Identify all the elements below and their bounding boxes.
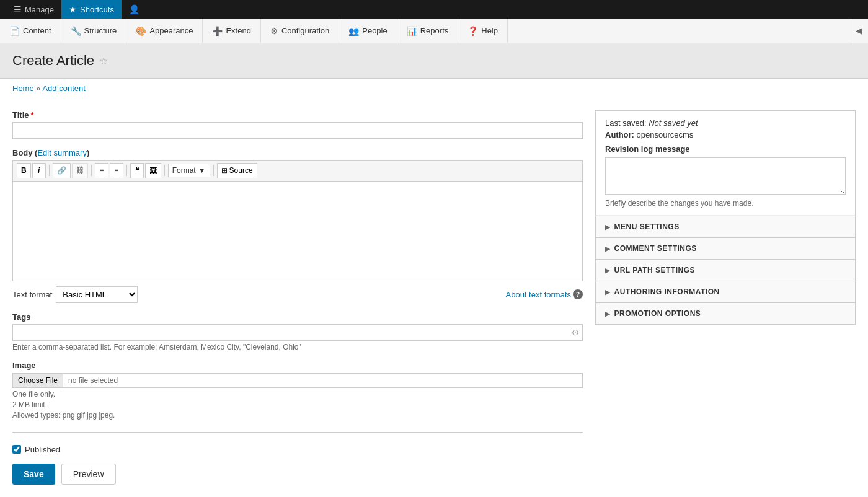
- accordion-promotion-options-label: PROMOTION OPTIONS: [614, 309, 701, 318]
- bold-button[interactable]: B: [17, 163, 31, 178]
- source-label: Source: [229, 165, 253, 176]
- accordion-url-path-settings-header[interactable]: ▶ URL PATH SETTINGS: [596, 260, 855, 281]
- file-one-only: One file only.: [12, 390, 583, 398]
- nav-people-label: People: [362, 26, 387, 35]
- hamburger-icon: ☰: [14, 4, 22, 14]
- image-button[interactable]: 🖼: [145, 163, 161, 178]
- accordion-comment-settings[interactable]: ▶ COMMENT SETTINGS: [596, 237, 855, 259]
- accordion-promotion-options-arrow: ▶: [605, 310, 611, 317]
- manage-label: Manage: [25, 5, 54, 14]
- nav-expand-toggle[interactable]: ◀: [849, 19, 868, 43]
- form-area: Title * Body (Edit summary) B i 🔗 ⛓ ≡: [12, 110, 583, 485]
- author-value: opensourcecms: [637, 130, 694, 139]
- source-button[interactable]: ⊞ Source: [217, 163, 257, 178]
- nav-appearance[interactable]: 🎨 Appearance: [126, 19, 203, 43]
- breadcrumb-add-content[interactable]: Add content: [42, 84, 85, 93]
- toolbar-separator-3: [126, 165, 127, 176]
- accordion-authoring-information[interactable]: ▶ AUTHORING INFORMATION: [596, 281, 855, 302]
- accordion-authoring-information-header[interactable]: ▶ AUTHORING INFORMATION: [596, 281, 855, 302]
- tags-input-wrapper: ⊙: [12, 324, 583, 341]
- sidebar-panel: Last saved: Not saved yet Author: openso…: [595, 110, 856, 325]
- accordion-menu-settings[interactable]: ▶ MENU SETTINGS: [596, 216, 855, 237]
- ckeditor-toolbar: B i 🔗 ⛓ ≡ ≡ ❝ 🖼 Format ▼: [13, 161, 582, 182]
- link-button[interactable]: 🔗: [53, 163, 71, 178]
- nav-structure[interactable]: 🔧 Structure: [61, 19, 127, 43]
- nav-content[interactable]: 📄 Content: [0, 19, 61, 43]
- nav-help[interactable]: ❓ Help: [458, 19, 508, 43]
- accordion-authoring-information-label: AUTHORING INFORMATION: [614, 288, 720, 296]
- tags-field-wrapper: Tags ⊙ Enter a comma-separated list. For…: [12, 312, 583, 351]
- about-formats-label: About text formats: [506, 290, 572, 299]
- accordion-url-path-settings-arrow: ▶: [605, 267, 611, 274]
- published-label[interactable]: Published: [25, 445, 60, 454]
- ckeditor-body[interactable]: [13, 182, 582, 281]
- accordion-promotion-options[interactable]: ▶ PROMOTION OPTIONS: [596, 302, 855, 324]
- italic-button[interactable]: i: [32, 163, 46, 178]
- page-title: Create Article: [12, 53, 94, 69]
- accordion-menu-settings-header[interactable]: ▶ MENU SETTINGS: [596, 216, 855, 237]
- user-menu[interactable]: 👤: [122, 0, 147, 19]
- content-icon: 📄: [9, 26, 20, 36]
- accordion-url-path-settings[interactable]: ▶ URL PATH SETTINGS: [596, 259, 855, 281]
- page-header: Create Article ☆: [0, 43, 868, 79]
- revision-label: Revision log message: [605, 144, 846, 154]
- last-saved-row: Last saved: Not saved yet: [605, 118, 846, 128]
- blockquote-button[interactable]: ❝: [130, 163, 144, 178]
- nav-extend-label: Extend: [226, 26, 250, 35]
- breadcrumb-home[interactable]: Home: [12, 84, 34, 93]
- numbered-list-button[interactable]: ≡: [110, 163, 123, 178]
- published-checkbox[interactable]: [12, 445, 21, 454]
- nav-people[interactable]: 👥 People: [339, 19, 397, 43]
- accordion-url-path-settings-label: URL PATH SETTINGS: [614, 266, 696, 275]
- revision-textarea[interactable]: [605, 157, 846, 195]
- format-dropdown[interactable]: Format ▼: [168, 164, 210, 177]
- last-saved-label: Last saved:: [605, 118, 647, 128]
- preview-button[interactable]: Preview: [61, 464, 116, 485]
- nav-structure-label: Structure: [84, 26, 117, 35]
- nav-content-label: Content: [23, 26, 51, 35]
- nav-reports[interactable]: 📊 Reports: [397, 19, 459, 43]
- title-label: Title *: [12, 110, 583, 120]
- body-label: Body (Edit summary): [12, 148, 583, 157]
- text-format-left: Text format Basic HTML Full HTML Plain t…: [12, 286, 138, 303]
- revision-description: Briefly describe the changes you have ma…: [605, 199, 846, 208]
- file-allowed-types: Allowed types: png gif jpg jpeg.: [12, 411, 583, 420]
- last-saved-value: Not saved yet: [649, 118, 698, 128]
- accordion-comment-settings-label: COMMENT SETTINGS: [614, 244, 697, 253]
- about-formats-link[interactable]: About text formats ?: [506, 289, 583, 299]
- action-buttons: Save Preview: [12, 464, 583, 485]
- author-label: Author:: [605, 130, 634, 139]
- title-field-wrapper: Title *: [12, 110, 583, 139]
- bookmark-icon[interactable]: ☆: [99, 55, 108, 67]
- tags-spinner-icon: ⊙: [572, 327, 579, 337]
- accordion-menu-settings-arrow: ▶: [605, 224, 611, 231]
- nav-configuration[interactable]: ⚙ Configuration: [261, 19, 339, 43]
- configuration-icon: ⚙: [270, 26, 278, 36]
- structure-icon: 🔧: [71, 26, 81, 36]
- format-dropdown-arrow: ▼: [198, 166, 206, 175]
- accordion-comment-settings-header[interactable]: ▶ COMMENT SETTINGS: [596, 238, 855, 259]
- shortcuts-label: Shortcuts: [80, 5, 114, 14]
- nav-configuration-label: Configuration: [281, 26, 329, 35]
- choose-file-button[interactable]: Choose File: [12, 373, 63, 388]
- tags-input[interactable]: [12, 324, 583, 341]
- shortcuts-menu[interactable]: ★ Shortcuts: [61, 0, 122, 19]
- edit-summary-link[interactable]: Edit summary: [37, 148, 86, 157]
- nav-help-label: Help: [481, 26, 498, 35]
- bullet-list-button[interactable]: ≡: [95, 163, 108, 178]
- unlink-button[interactable]: ⛓: [72, 163, 88, 178]
- manage-menu[interactable]: ☰ Manage: [6, 0, 61, 19]
- people-icon: 👥: [348, 26, 359, 36]
- help-icon: ❓: [467, 26, 478, 36]
- accordion-promotion-options-header[interactable]: ▶ PROMOTION OPTIONS: [596, 303, 855, 324]
- save-button[interactable]: Save: [12, 464, 55, 485]
- text-format-select[interactable]: Basic HTML Full HTML Plain text Restrict…: [56, 286, 138, 303]
- accordion-menu-settings-label: MENU SETTINGS: [614, 222, 680, 231]
- source-icon: ⊞: [221, 165, 228, 176]
- nav-appearance-label: Appearance: [149, 26, 193, 35]
- main-layout: Title * Body (Edit summary) B i 🔗 ⛓ ≡: [0, 98, 868, 497]
- title-input[interactable]: [12, 122, 583, 139]
- admin-toolbar: ☰ Manage ★ Shortcuts 👤: [0, 0, 868, 19]
- nav-extend[interactable]: ➕ Extend: [203, 19, 260, 43]
- toolbar-separator-2: [91, 165, 92, 176]
